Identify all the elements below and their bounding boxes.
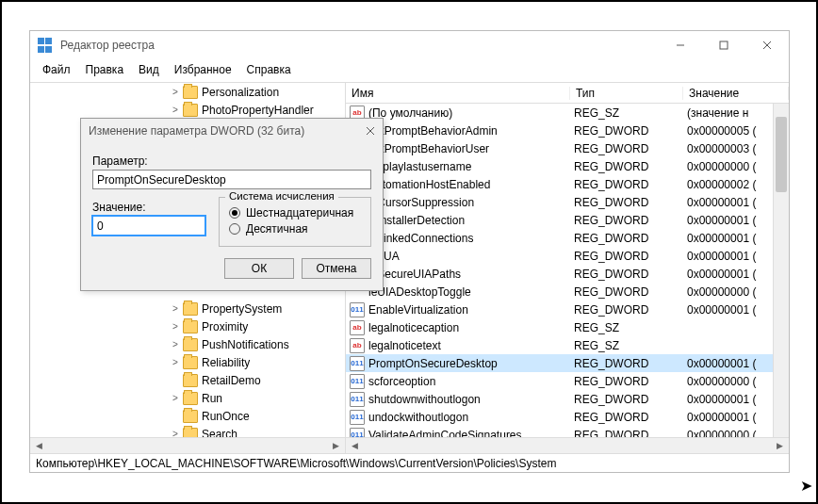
list-row[interactable]: 011leUIADesktopToggleREG_DWORD0x00000000… [346, 283, 789, 301]
cell-type: REG_DWORD [574, 124, 687, 138]
list-pane: Имя Тип Значение ab(По умолчанию)REG_SZ(… [346, 83, 789, 453]
tree-item[interactable]: >Run [30, 389, 345, 407]
ok-button[interactable]: ОК [224, 258, 294, 279]
cell-name: leUIADesktopToggle [368, 285, 574, 299]
folder-icon [183, 104, 198, 117]
col-name[interactable]: Имя [346, 87, 570, 100]
folder-icon [183, 410, 198, 423]
tree-hscroll[interactable]: ◀ ▶ [30, 437, 345, 453]
list-row[interactable]: 011entPromptBehaviorUserREG_DWORD0x00000… [346, 139, 789, 157]
close-button[interactable] [745, 31, 789, 59]
list-row[interactable]: 011displaylastusernameREG_DWORD0x0000000… [346, 157, 789, 175]
col-type[interactable]: Тип [570, 87, 683, 100]
list-header: Имя Тип Значение [346, 83, 789, 104]
binary-value-icon: 011 [350, 392, 365, 407]
list-row[interactable]: 011leLUAREG_DWORD0x00000001 ( [346, 247, 789, 265]
list-row[interactable]: 011leSecureUIAPathsREG_DWORD0x00000001 ( [346, 265, 789, 283]
list-row[interactable]: 011leCursorSuppressionREG_DWORD0x0000000… [346, 193, 789, 211]
edit-dword-dialog: Изменение параметра DWORD (32 бита) Пара… [80, 118, 384, 291]
list-hscroll[interactable]: ◀ ▶ [346, 437, 789, 453]
list-row[interactable]: ablegalnoticetextREG_SZ [346, 336, 789, 354]
tree-item[interactable]: RetailDemo [30, 371, 345, 389]
menubar: Файл Правка Вид Избранное Справка [30, 59, 789, 82]
titlebar: Редактор реестра [30, 31, 789, 59]
menu-file[interactable]: Файл [36, 61, 77, 78]
radio-dec[interactable] [229, 223, 240, 235]
list-row[interactable]: 011PromptOnSecureDesktopREG_DWORD0x00000… [346, 354, 789, 372]
radio-hex-row[interactable]: Шестнадцатеричная [229, 206, 361, 219]
tree-item[interactable]: >PushNotifications [30, 335, 345, 353]
cell-type: REG_DWORD [574, 178, 687, 191]
minimize-button[interactable] [659, 31, 702, 59]
param-input[interactable] [92, 170, 371, 189]
folder-icon [183, 338, 198, 351]
tree-label: Proximity [202, 320, 248, 333]
radio-hex-label: Шестнадцатеричная [246, 206, 353, 219]
cell-name: scforceoption [368, 375, 574, 388]
cell-name: leLinkedConnections [368, 232, 574, 245]
twisty-icon[interactable]: > [170, 393, 181, 403]
radix-fieldset: Система исчисления Шестнадцатеричная Дес… [219, 197, 371, 247]
scroll-left-icon[interactable]: ◀ [348, 439, 362, 453]
menu-view[interactable]: Вид [132, 61, 166, 78]
list-row[interactable]: 011undockwithoutlogonREG_DWORD0x00000001… [346, 408, 789, 426]
twisty-icon[interactable]: > [170, 357, 181, 367]
cell-name: leInstallerDetection [368, 214, 574, 227]
scroll-right-icon[interactable]: ▶ [773, 439, 787, 453]
list-row[interactable]: ablegalnoticecaptionREG_SZ [346, 318, 789, 336]
close-icon[interactable] [366, 126, 375, 136]
twisty-icon[interactable]: > [170, 105, 181, 115]
cell-type: REG_DWORD [574, 232, 687, 245]
list-row[interactable]: ab(По умолчанию)REG_SZ(значение н [346, 104, 789, 122]
scroll-right-icon[interactable]: ▶ [329, 439, 343, 453]
binary-value-icon: 011 [350, 356, 365, 371]
radio-dec-row[interactable]: Десятичная [229, 222, 361, 236]
cell-type: REG_SZ [574, 339, 687, 352]
tree-label: Personalization [202, 86, 279, 99]
menu-edit[interactable]: Правка [79, 61, 131, 78]
cell-type: REG_DWORD [574, 357, 687, 370]
cursor-icon: ➤ [800, 477, 812, 495]
maximize-button[interactable] [702, 31, 745, 59]
radio-dec-label: Десятичная [246, 222, 308, 236]
list-row[interactable]: 011EnableVirtualizationREG_DWORD0x000000… [346, 301, 789, 318]
scroll-thumb[interactable] [776, 117, 787, 192]
twisty-icon[interactable]: > [170, 87, 181, 97]
cell-type: REG_DWORD [574, 250, 687, 263]
col-value[interactable]: Значение [683, 87, 789, 100]
folder-icon [183, 374, 198, 387]
cell-type: REG_DWORD [574, 411, 687, 424]
list-row[interactable]: 011leLinkedConnectionsREG_DWORD0x0000000… [346, 229, 789, 247]
tree-item[interactable]: RunOnce [30, 407, 345, 425]
list-body[interactable]: ab(По умолчанию)REG_SZ(значение н011entP… [346, 104, 789, 437]
cell-type: REG_DWORD [574, 303, 687, 317]
list-row[interactable]: 011scforceoptionREG_DWORD0x00000000 ( [346, 372, 789, 390]
tree-item[interactable]: >PhotoPropertyHandler [30, 101, 345, 119]
list-row[interactable]: 011AutomationHostEnabledREG_DWORD0x00000… [346, 175, 789, 193]
list-row[interactable]: 011entPromptBehaviorAdminREG_DWORD0x0000… [346, 122, 789, 139]
menu-help[interactable]: Справка [240, 61, 298, 78]
twisty-icon[interactable]: > [170, 339, 181, 350]
dialog-buttons: ОК Отмена [81, 251, 383, 290]
menu-favorites[interactable]: Избранное [168, 61, 238, 78]
tree-item[interactable]: >PropertySystem [30, 300, 345, 317]
tree-item[interactable]: >Reliability [30, 353, 345, 371]
tree-item[interactable]: >Proximity [30, 317, 345, 335]
list-vscroll[interactable] [773, 104, 789, 437]
list-row[interactable]: 011ValidateAdminCodeSignaturesREG_DWORD0… [346, 426, 789, 437]
list-row[interactable]: 011leInstallerDetectionREG_DWORD0x000000… [346, 211, 789, 229]
cell-type: REG_DWORD [574, 285, 687, 299]
twisty-icon[interactable]: > [170, 303, 181, 314]
dialog-title: Изменение параметра DWORD (32 бита) [89, 124, 366, 138]
cell-type: REG_DWORD [574, 375, 687, 388]
scroll-left-icon[interactable]: ◀ [32, 439, 46, 453]
window-title: Редактор реестра [60, 39, 659, 52]
tree-item[interactable]: >Personalization [30, 83, 345, 101]
tree-label: PropertySystem [202, 302, 282, 316]
list-row[interactable]: 011shutdownwithoutlogonREG_DWORD0x000000… [346, 390, 789, 408]
radio-hex[interactable] [229, 207, 240, 219]
value-input[interactable] [92, 216, 205, 236]
cancel-button[interactable]: Отмена [302, 258, 371, 279]
cell-type: REG_DWORD [574, 268, 687, 281]
twisty-icon[interactable]: > [170, 321, 181, 332]
